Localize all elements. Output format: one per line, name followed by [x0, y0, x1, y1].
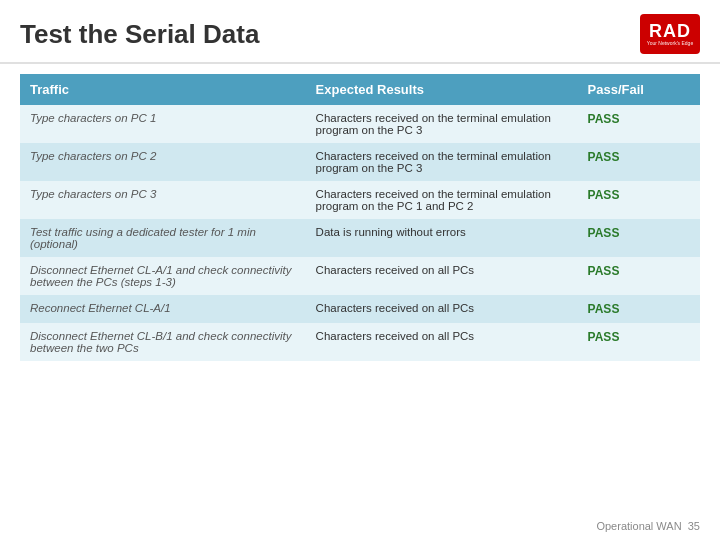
pass-label: PASS: [588, 226, 620, 240]
cell-pass-fail: PASS: [578, 219, 700, 257]
cell-expected: Characters received on all PCs: [306, 295, 578, 323]
pass-label: PASS: [588, 302, 620, 316]
col-header-pass-fail: Pass/Fail: [578, 74, 700, 105]
cell-expected: Characters received on all PCs: [306, 257, 578, 295]
cell-traffic: Test traffic using a dedicated tester fo…: [20, 219, 306, 257]
cell-traffic: Type characters on PC 2: [20, 143, 306, 181]
cell-traffic: Disconnect Ethernet CL-B/1 and check con…: [20, 323, 306, 361]
rad-logo: RAD Your Network's Edge: [640, 14, 700, 54]
cell-pass-fail: PASS: [578, 143, 700, 181]
cell-traffic: Reconnect Ethernet CL-A/1: [20, 295, 306, 323]
table-row: Test traffic using a dedicated tester fo…: [20, 219, 700, 257]
pass-label: PASS: [588, 188, 620, 202]
main-table-container: Traffic Expected Results Pass/Fail Type …: [0, 64, 720, 361]
footer-text: Operational WAN: [596, 520, 681, 532]
cell-traffic: Type characters on PC 1: [20, 105, 306, 143]
table-row: Type characters on PC 2Characters receiv…: [20, 143, 700, 181]
cell-pass-fail: PASS: [578, 181, 700, 219]
table-row: Reconnect Ethernet CL-A/1Characters rece…: [20, 295, 700, 323]
pass-label: PASS: [588, 330, 620, 344]
table-row: Type characters on PC 3Characters receiv…: [20, 181, 700, 219]
pass-label: PASS: [588, 112, 620, 126]
cell-traffic: Disconnect Ethernet CL-A/1 and check con…: [20, 257, 306, 295]
table-row: Disconnect Ethernet CL-B/1 and check con…: [20, 323, 700, 361]
cell-expected: Characters received on the terminal emul…: [306, 143, 578, 181]
cell-pass-fail: PASS: [578, 105, 700, 143]
col-header-expected: Expected Results: [306, 74, 578, 105]
results-table: Traffic Expected Results Pass/Fail Type …: [20, 74, 700, 361]
footer: Operational WAN 35: [596, 520, 700, 532]
logo-text: RAD: [649, 22, 691, 40]
cell-pass-fail: PASS: [578, 295, 700, 323]
cell-pass-fail: PASS: [578, 257, 700, 295]
cell-traffic: Type characters on PC 3: [20, 181, 306, 219]
table-row: Type characters on PC 1Characters receiv…: [20, 105, 700, 143]
cell-expected: Data is running without errors: [306, 219, 578, 257]
cell-expected: Characters received on the terminal emul…: [306, 105, 578, 143]
pass-label: PASS: [588, 264, 620, 278]
logo-tagline: Your Network's Edge: [647, 40, 693, 46]
cell-expected: Characters received on the terminal emul…: [306, 181, 578, 219]
col-header-traffic: Traffic: [20, 74, 306, 105]
footer-page: 35: [688, 520, 700, 532]
cell-expected: Characters received on all PCs: [306, 323, 578, 361]
table-row: Disconnect Ethernet CL-A/1 and check con…: [20, 257, 700, 295]
cell-pass-fail: PASS: [578, 323, 700, 361]
page-title: Test the Serial Data: [20, 19, 259, 50]
table-header-row: Traffic Expected Results Pass/Fail: [20, 74, 700, 105]
pass-label: PASS: [588, 150, 620, 164]
page-header: Test the Serial Data RAD Your Network's …: [0, 0, 720, 64]
